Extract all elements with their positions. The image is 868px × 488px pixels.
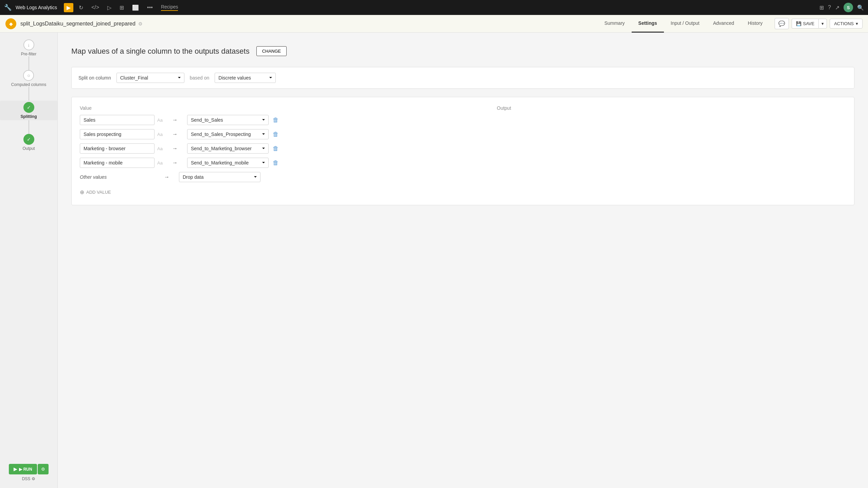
value-input-sales[interactable] (80, 115, 155, 125)
recipe-settings-icon[interactable]: ⚙ (138, 21, 143, 27)
dataiku-icon: ◆ (5, 18, 16, 29)
computed-circle: ○ (23, 70, 34, 81)
search-icon[interactable]: 🔍 (857, 4, 864, 11)
run-play-icon: ▶ (14, 467, 17, 472)
top-navigation: 🔧 Web Logs Analytics ▶ ↻ </> ▷ ⊞ ⬜ ••• R… (0, 0, 868, 15)
aa-label-1: Aa (157, 118, 163, 123)
output-select-marketing-mobile[interactable]: Send_to_Marketing_mobile (187, 158, 269, 168)
refresh-icon[interactable]: ↻ (76, 3, 86, 12)
aa-label-4: Aa (157, 160, 163, 165)
code-icon[interactable]: </> (89, 3, 102, 12)
output-select-wrap: Send_to_Sales 🗑 (187, 115, 846, 125)
sidebar: ↓ Pre-filter ○ Computed columns ✓ Splitt… (0, 33, 58, 488)
other-values-arrow: → (159, 174, 175, 180)
split-config-panel: Split on column Cluster_Final based on D… (71, 67, 854, 89)
output-circle: ✓ (23, 134, 34, 145)
save-dropdown-button[interactable]: ▾ (818, 19, 827, 29)
recipe-name: split_LogsDataiku_segmented_joined_prepa… (20, 21, 135, 27)
discrete-select[interactable]: Discrete values (215, 73, 276, 83)
table-icon[interactable]: ⊞ (117, 3, 127, 12)
table-row: Aa → Send_to_Marketing_browser 🗑 (80, 143, 846, 154)
value-column-header: Value (80, 105, 429, 111)
actions-area: 💬 💾 SAVE ▾ ACTIONS ▾ (775, 18, 863, 29)
tab-bar: Summary Settings Input / Output Advanced… (598, 15, 770, 33)
sidebar-connector-1 (29, 56, 29, 70)
add-value-label: ADD VALUE (86, 190, 111, 195)
splitting-label: Splitting (21, 114, 37, 119)
user-avatar[interactable]: S (844, 3, 853, 12)
sidebar-step-output[interactable]: ✓ Output (22, 134, 35, 151)
run-button-row: ▶ ▶ RUN ⚙ (9, 464, 48, 474)
more-icon[interactable]: ••• (144, 3, 156, 12)
column-select[interactable]: Cluster_Final (116, 73, 184, 83)
value-input-sales-prospecting[interactable] (80, 129, 155, 139)
splitting-circle: ✓ (23, 102, 34, 113)
delete-row-1-button[interactable]: 🗑 (271, 115, 280, 125)
prefilter-circle: ↓ (23, 39, 34, 50)
save-main-button[interactable]: 💾 SAVE (792, 19, 818, 29)
table-row: Aa → Send_to_Sales_Prospecting 🗑 (80, 129, 846, 139)
page-title: Map values of a single column to the out… (71, 47, 250, 56)
main-content: Map values of a single column to the out… (58, 33, 868, 488)
value-input-wrap-2: Aa (80, 129, 163, 139)
sidebar-step-splitting[interactable]: ✓ Splitting (0, 101, 57, 120)
sidebar-connector-2 (29, 87, 29, 101)
output-select-sales[interactable]: Send_to_Sales (187, 115, 269, 125)
tab-input-output[interactable]: Input / Output (664, 15, 706, 33)
delete-row-4-button[interactable]: 🗑 (271, 158, 280, 168)
based-on-label: based on (190, 75, 210, 81)
add-value-button[interactable]: ⊕ ADD VALUE (80, 188, 111, 197)
output-label: Output (22, 146, 35, 151)
prefilter-label: Pre-filter (21, 52, 36, 56)
monitor-icon[interactable]: ⬜ (129, 3, 142, 12)
run-icon[interactable]: ▷ (105, 3, 114, 12)
delete-row-3-button[interactable]: 🗑 (271, 144, 280, 154)
run-button[interactable]: ▶ ▶ RUN (9, 464, 37, 474)
grid-icon[interactable]: ⊞ (819, 4, 824, 11)
recipe-navigation: ◆ split_LogsDataiku_segmented_joined_pre… (0, 15, 868, 33)
output-select-marketing-browser[interactable]: Send_to_Marketing_browser (187, 143, 269, 154)
tab-settings[interactable]: Settings (632, 15, 664, 33)
save-button-group: 💾 SAVE ▾ (792, 19, 827, 29)
aa-label-2: Aa (157, 132, 163, 137)
value-input-wrap-3: Aa (80, 143, 163, 154)
comment-button[interactable]: 💬 (775, 18, 789, 29)
output-select-sales-prospecting[interactable]: Send_to_Sales_Prospecting (187, 129, 269, 139)
content-header: Map values of a single column to the out… (71, 46, 854, 56)
arrow-icon-4: → (167, 160, 183, 166)
sidebar-step-prefilter[interactable]: ↓ Pre-filter (21, 39, 36, 56)
tab-summary[interactable]: Summary (598, 15, 632, 33)
output-column-header: Output (497, 105, 846, 111)
mapping-header: Value Output (80, 105, 846, 115)
aa-label-3: Aa (157, 146, 163, 151)
run-gear-button[interactable]: ⚙ (38, 464, 49, 474)
table-row: Aa → Send_to_Marketing_mobile 🗑 (80, 158, 846, 168)
value-input-marketing-mobile[interactable] (80, 158, 155, 168)
mapping-panel: Value Output Aa → Send_to_Sales 🗑 (71, 97, 854, 205)
sidebar-step-computed[interactable]: ○ Computed columns (11, 70, 46, 87)
dss-label: DSS ⚙ (22, 476, 36, 481)
arrow-icon-3: → (167, 145, 183, 152)
recipes-label[interactable]: Recipes (161, 4, 178, 11)
value-input-marketing-browser[interactable] (80, 143, 155, 154)
main-layout: ↓ Pre-filter ○ Computed columns ✓ Splitt… (0, 33, 868, 488)
help-icon[interactable]: ? (828, 4, 831, 11)
tab-advanced[interactable]: Advanced (706, 15, 741, 33)
delete-row-2-button[interactable]: 🗑 (271, 129, 280, 139)
change-button[interactable]: CHANGE (256, 46, 287, 56)
actions-button[interactable]: ACTIONS ▾ (830, 19, 863, 29)
run-area: ▶ ▶ RUN ⚙ DSS ⚙ (9, 464, 48, 481)
output-select-wrap-3: Send_to_Marketing_browser 🗑 (187, 143, 846, 154)
tab-history[interactable]: History (741, 15, 770, 33)
play-icon[interactable]: ▶ (64, 3, 73, 12)
save-icon: 💾 (796, 21, 801, 26)
output-select-wrap-4: Send_to_Marketing_mobile 🗑 (187, 158, 846, 168)
dss-gear-icon[interactable]: ⚙ (32, 476, 35, 481)
trending-icon[interactable]: ↗ (835, 4, 839, 11)
app-logo: 🔧 (4, 4, 12, 11)
app-title: Web Logs Analytics (16, 5, 57, 10)
connector-line-3 (29, 120, 29, 134)
table-row: Aa → Send_to_Sales 🗑 (80, 115, 846, 125)
other-values-select[interactable]: Drop data (179, 172, 260, 182)
value-input-wrap-4: Aa (80, 158, 163, 168)
